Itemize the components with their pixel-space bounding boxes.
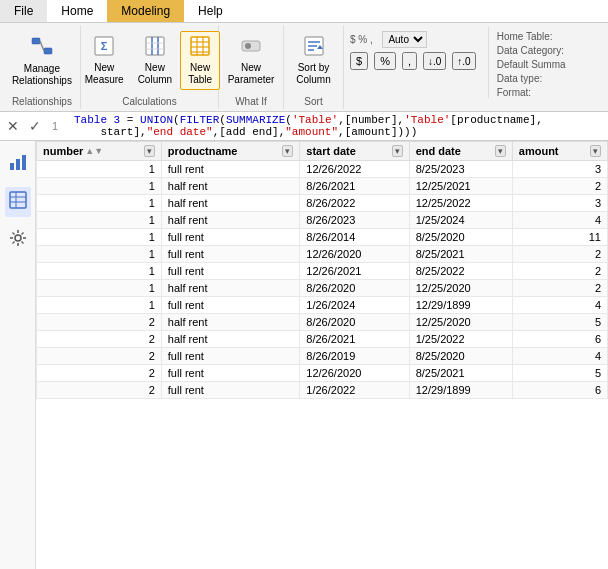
formula-cancel-icon[interactable]: ✕	[4, 117, 22, 135]
sidebar-table-icon[interactable]	[5, 187, 31, 217]
cell-number: 1	[37, 263, 162, 280]
tab-modeling[interactable]: Modeling	[107, 0, 184, 22]
table-row: 2full rent12/26/20208/25/20215	[37, 365, 608, 382]
table-row: 1full rent1/26/202412/29/18994	[37, 297, 608, 314]
group-calculations: Σ NewMeasure Ne	[81, 25, 219, 109]
col-amount: amount ▾	[512, 142, 607, 161]
tab-home[interactable]: Home	[47, 0, 107, 22]
table-row: 1half rent8/26/202212/25/20223	[37, 195, 608, 212]
cell-amount: 5	[512, 314, 607, 331]
new-parameter-label: NewParameter	[228, 62, 275, 86]
number-format-select[interactable]: Auto	[382, 31, 427, 48]
sidebar-chart-icon[interactable]	[5, 149, 31, 179]
cell-productname: half rent	[161, 212, 300, 229]
new-measure-label: NewMeasure	[85, 62, 124, 86]
cell-end_date: 12/29/1899	[409, 297, 512, 314]
group-relationships: ManageRelationships Relationships	[4, 25, 81, 109]
cell-number: 1	[37, 212, 162, 229]
cell-end_date: 8/25/2020	[409, 348, 512, 365]
sort-by-column-button[interactable]: Sort byColumn	[290, 31, 336, 90]
col-number-label: number	[43, 145, 83, 157]
cell-amount: 11	[512, 229, 607, 246]
amount-filter-button[interactable]: ▾	[590, 145, 601, 157]
cell-end_date: 8/25/2020	[409, 229, 512, 246]
table-row: 2full rent8/26/20198/25/20204	[37, 348, 608, 365]
cell-productname: full rent	[161, 297, 300, 314]
new-measure-button[interactable]: Σ NewMeasure	[79, 31, 130, 90]
relationships-icon	[30, 34, 54, 61]
cell-productname: full rent	[161, 365, 300, 382]
enddate-filter-button[interactable]: ▾	[495, 145, 506, 157]
increase-decimal-button[interactable]: ↑.0	[452, 52, 475, 70]
manage-relationships-label: ManageRelationships	[12, 63, 72, 87]
cell-number: 1	[37, 297, 162, 314]
cell-start_date: 8/26/2022	[300, 195, 409, 212]
formula-confirm-icon[interactable]: ✓	[26, 117, 44, 135]
main-area: number ▲▼ ▾ productname ▾ start da	[0, 141, 608, 569]
svg-point-30	[15, 235, 21, 241]
percent-button[interactable]: %	[374, 52, 396, 70]
sort-by-column-label: Sort byColumn	[296, 62, 330, 86]
new-parameter-icon	[240, 35, 262, 60]
cell-end_date: 12/25/2020	[409, 314, 512, 331]
ribbon-content: ManageRelationships Relationships Σ NewM…	[0, 23, 608, 111]
cell-number: 2	[37, 314, 162, 331]
new-table-icon	[189, 35, 211, 60]
number-sort-icon[interactable]: ▲▼	[85, 146, 103, 156]
number-filter-button[interactable]: ▾	[144, 145, 155, 157]
cell-amount: 4	[512, 297, 607, 314]
sidebar-settings-icon[interactable]	[5, 225, 31, 255]
cell-amount: 6	[512, 331, 607, 348]
table-row: 1full rent12/26/20208/25/20212	[37, 246, 608, 263]
cell-number: 1	[37, 229, 162, 246]
svg-text:Σ: Σ	[101, 40, 108, 52]
col-number: number ▲▼ ▾	[37, 142, 162, 161]
cell-productname: full rent	[161, 229, 300, 246]
cell-number: 2	[37, 348, 162, 365]
cell-end_date: 12/25/2022	[409, 195, 512, 212]
comma-button[interactable]: ,	[402, 52, 417, 70]
cell-amount: 2	[512, 280, 607, 297]
cell-number: 2	[37, 365, 162, 382]
data-category-label: Data Category:	[497, 45, 564, 56]
col-productname: productname ▾	[161, 142, 300, 161]
svg-rect-24	[16, 159, 20, 170]
table-body: 1full rent12/26/20228/25/202331half rent…	[37, 161, 608, 399]
decrease-decimal-button[interactable]: ↓.0	[423, 52, 446, 70]
ribbon-tabs: File Home Modeling Help	[0, 0, 608, 23]
new-table-button[interactable]: NewTable	[180, 31, 220, 90]
cell-productname: half rent	[161, 280, 300, 297]
default-summary-label: Default Summa	[497, 59, 566, 70]
table-row: 1full rent12/26/20228/25/20233	[37, 161, 608, 178]
cell-productname: full rent	[161, 161, 300, 178]
table-row: 1full rent8/26/20148/25/202011	[37, 229, 608, 246]
manage-relationships-button[interactable]: ManageRelationships	[6, 30, 78, 91]
format-prop-label: Format:	[497, 87, 531, 98]
table-row: 1half rent8/26/202112/25/20212	[37, 178, 608, 195]
table-row: 2half rent8/26/202012/25/20205	[37, 314, 608, 331]
new-column-label: NewColumn	[138, 62, 172, 86]
new-parameter-button[interactable]: NewParameter	[222, 31, 281, 90]
cell-number: 1	[37, 178, 162, 195]
tab-help[interactable]: Help	[184, 0, 237, 22]
cell-start_date: 8/26/2020	[300, 280, 409, 297]
cell-number: 2	[37, 382, 162, 399]
col-startdate-label: start date	[306, 145, 356, 157]
cell-productname: full rent	[161, 246, 300, 263]
formula-bar: ✕ ✓ 1 Table 3 = UNION(FILTER(SUMMARIZE('…	[0, 112, 608, 141]
cell-start_date: 12/26/2020	[300, 246, 409, 263]
cell-end_date: 8/25/2021	[409, 246, 512, 263]
tab-file[interactable]: File	[0, 0, 47, 22]
currency-button[interactable]: $	[350, 52, 368, 70]
cell-amount: 6	[512, 382, 607, 399]
new-column-button[interactable]: NewColumn	[132, 31, 178, 90]
productname-filter-button[interactable]: ▾	[282, 145, 293, 157]
cell-productname: full rent	[161, 263, 300, 280]
table-row: 1full rent12/26/20218/25/20222	[37, 263, 608, 280]
formula-text: Table 3 = UNION(FILTER(SUMMARIZE('Table'…	[74, 114, 604, 138]
col-enddate: end date ▾	[409, 142, 512, 161]
svg-rect-23	[10, 163, 14, 170]
svg-rect-26	[10, 192, 26, 208]
startdate-filter-button[interactable]: ▾	[392, 145, 403, 157]
col-amount-label: amount	[519, 145, 559, 157]
